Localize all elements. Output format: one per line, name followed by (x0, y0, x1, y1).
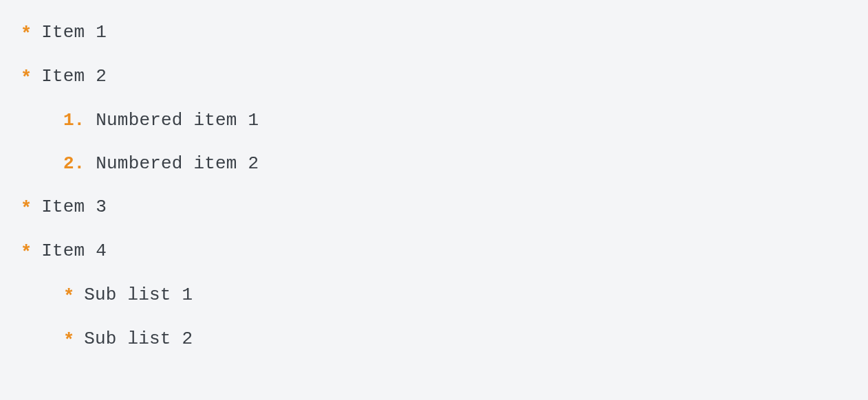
list-item: 1. Numbered item 1 (21, 111, 847, 129)
bullet-marker-icon: * (21, 25, 32, 44)
list-item-text: Sub list 1 (84, 286, 193, 304)
bullet-marker-icon: * (21, 69, 32, 88)
markdown-list-preview: * Item 1 * Item 2 1. Numbered item 1 2. … (0, 0, 868, 372)
list-item-text: Item 3 (41, 198, 107, 216)
list-item-text: Item 4 (41, 242, 107, 260)
bullet-marker-icon: * (21, 200, 32, 219)
list-item: * Item 3 (21, 198, 847, 216)
bullet-marker-icon: * (63, 288, 74, 307)
list-item: * Item 1 (21, 23, 847, 42)
number-marker: 2. (63, 155, 85, 173)
list-item-text: Item 2 (41, 67, 107, 85)
list-item-text: Item 1 (41, 23, 107, 41)
list-item-text: Numbered item 2 (96, 155, 259, 173)
bullet-marker-icon: * (63, 332, 74, 351)
number-marker: 1. (63, 111, 85, 129)
list-item: * Sub list 2 (21, 330, 847, 348)
list-item: 2. Numbered item 2 (21, 155, 847, 173)
bullet-marker-icon: * (21, 244, 32, 263)
list-item: * Item 2 (21, 67, 847, 86)
list-item: * Item 4 (21, 242, 847, 260)
list-item-text: Numbered item 1 (96, 111, 259, 129)
list-item-text: Sub list 2 (84, 330, 193, 348)
list-item: * Sub list 1 (21, 286, 847, 304)
